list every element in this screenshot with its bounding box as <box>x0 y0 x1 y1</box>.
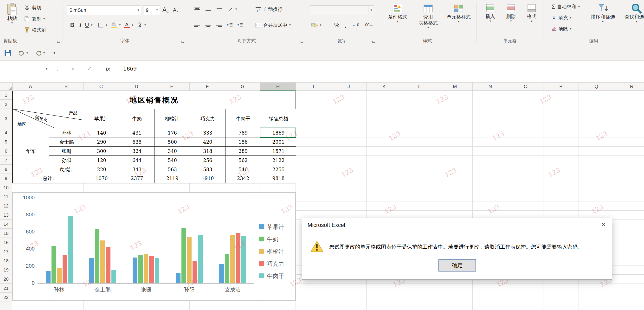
orientation-button[interactable]: ▾ <box>228 4 237 14</box>
table-cell-column-total[interactable]: 2342 <box>226 174 261 183</box>
table-cell-value[interactable]: 318 <box>190 146 226 156</box>
column-header-A[interactable]: A <box>12 82 49 90</box>
column-header-G[interactable]: G <box>225 82 260 90</box>
align-left-button[interactable] <box>194 20 201 30</box>
align-center-button[interactable] <box>204 20 212 30</box>
dialog-ok-button[interactable]: 确定 <box>438 260 476 272</box>
column-header-J[interactable]: J <box>331 82 366 90</box>
table-cell-value[interactable]: 635 <box>119 138 155 146</box>
align-right-button[interactable] <box>216 20 223 30</box>
merge-center-button[interactable]: 合并后居中 ▾ <box>255 20 291 30</box>
table-cell-value[interactable]: 156 <box>226 138 261 146</box>
table-cell-value[interactable]: 256 <box>190 156 226 165</box>
table-cell-value[interactable]: 140 <box>84 128 119 138</box>
alignment-dialog-launcher-icon[interactable] <box>300 40 304 44</box>
cut-button[interactable]: 剪切 <box>24 3 42 12</box>
autosum-button[interactable]: Σ 自动求和 ▾ <box>552 2 580 12</box>
row-header-6[interactable]: 6 <box>0 146 12 156</box>
enter-button[interactable]: ✓ <box>85 61 94 77</box>
copy-button[interactable]: 复制 ▾ <box>24 14 45 24</box>
table-cell-value[interactable]: 120 <box>84 156 119 165</box>
conditional-formatting-button[interactable]: 条件格式 ▾ <box>382 1 413 38</box>
table-cell-value[interactable]: 290 <box>84 138 119 146</box>
insert-cells-button[interactable]: 插入 ▾ <box>481 1 499 38</box>
row-header-2[interactable]: 2 <box>0 100 12 109</box>
column-header-E[interactable]: E <box>154 82 190 90</box>
shrink-font-button[interactable]: A ▾ <box>173 7 178 13</box>
table-cell-value[interactable]: 546 <box>226 165 261 174</box>
table-cell-value[interactable]: 583 <box>190 165 226 174</box>
clear-button[interactable]: 清除 ▾ <box>552 24 572 34</box>
wrap-text-button[interactable]: 自动换行 <box>255 4 282 14</box>
save-button[interactable] <box>4 49 11 57</box>
insert-function-button[interactable]: fx <box>102 61 113 77</box>
table-cell-value[interactable]: 324 <box>119 146 155 156</box>
comma-style-button[interactable]: , <box>344 20 346 30</box>
column-header-B[interactable]: B <box>49 82 84 90</box>
row-header-15[interactable]: 15 <box>0 229 12 238</box>
column-header-M[interactable]: M <box>437 82 473 90</box>
cell-styles-button[interactable]: 单元格样式 ▾ <box>444 1 474 38</box>
decrease-decimal-button[interactable]: .00→ <box>364 20 373 30</box>
row-header-8[interactable]: 8 <box>0 165 12 174</box>
sort-filter-button[interactable]: 排序和筛选 ▾ <box>588 1 618 38</box>
decrease-indent-button[interactable] <box>227 20 233 30</box>
align-top-button[interactable] <box>194 4 201 14</box>
phonetic-guide-button[interactable]: 文 ▾ <box>138 20 146 30</box>
table-cell-value[interactable]: 500 <box>155 138 190 146</box>
column-header-L[interactable]: L <box>402 82 437 90</box>
delete-cells-button[interactable]: 删除 ▾ <box>502 1 520 38</box>
row-header-18[interactable]: 18 <box>0 256 12 265</box>
table-cell-column-total[interactable]: 2377 <box>119 174 155 183</box>
table-cell-column-total[interactable]: 1070 <box>84 174 119 183</box>
table-cell-total[interactable]: 2122 <box>261 156 296 165</box>
table-cell-total[interactable]: 2255 <box>261 165 296 174</box>
column-header-R[interactable]: R <box>614 82 644 90</box>
row-header-13[interactable]: 13 <box>0 210 12 220</box>
number-dialog-launcher-icon[interactable] <box>372 40 376 44</box>
formula-bar-value[interactable]: 1869 <box>123 61 137 77</box>
row-header-1[interactable]: 1 <box>0 91 12 100</box>
table-cell-column-total[interactable]: 2119 <box>155 174 190 183</box>
increase-decimal-button[interactable]: ←.0 <box>352 20 359 30</box>
font-dialog-launcher-icon[interactable] <box>181 40 184 44</box>
font-name-select[interactable]: SimSun ▾ <box>67 5 141 15</box>
table-cell-total[interactable]: 2001 <box>261 138 296 146</box>
redo-menu-button[interactable]: ▾ <box>43 49 45 57</box>
find-select-button[interactable]: 查找和选择 ▾ <box>621 1 644 38</box>
select-all-corner[interactable] <box>0 82 12 90</box>
row-header-7[interactable]: 7 <box>0 156 12 165</box>
undo-button[interactable] <box>18 49 25 57</box>
font-size-select[interactable]: 9 ▾ <box>143 5 160 15</box>
clipboard-dialog-launcher-icon[interactable] <box>56 40 60 44</box>
row-header-3[interactable]: 3 <box>0 109 12 128</box>
italic-button[interactable]: I <box>77 20 84 30</box>
table-cell-value[interactable]: 333 <box>190 128 226 138</box>
row-header-10[interactable]: 10 <box>0 183 12 192</box>
table-cell-column-total[interactable]: 1910 <box>190 174 226 183</box>
table-total-row-label[interactable]: 总计: <box>13 174 84 183</box>
column-header-I[interactable]: I <box>296 82 331 90</box>
table-cell-value[interactable]: 340 <box>155 146 190 156</box>
table-cell-total[interactable]: 1571 <box>261 146 296 156</box>
table-cell-salesperson[interactable]: 袁成洁 <box>49 165 84 174</box>
column-header-F[interactable]: F <box>190 82 225 90</box>
name-box[interactable]: ▾ <box>0 61 50 77</box>
column-header-H[interactable]: H <box>260 82 296 90</box>
increase-indent-button[interactable] <box>237 20 243 30</box>
row-header-19[interactable]: 19 <box>0 266 12 274</box>
table-cell-grand-total[interactable]: 9818 <box>261 174 296 183</box>
cancel-button[interactable]: × <box>68 61 78 77</box>
table-cell-value[interactable]: 562 <box>226 156 261 165</box>
table-cell-value[interactable]: 420 <box>190 138 226 146</box>
bold-button[interactable]: B <box>68 20 76 30</box>
table-cell-value[interactable]: 300 <box>84 146 119 156</box>
column-header-K[interactable]: K <box>366 82 402 90</box>
row-header-22[interactable]: 22 <box>0 293 12 302</box>
column-header-O[interactable]: O <box>508 82 544 90</box>
table-cell-value[interactable]: 540 <box>155 156 190 165</box>
table-cell-value[interactable]: 220 <box>84 165 119 174</box>
row-header-4[interactable]: 4 <box>0 128 12 137</box>
format-as-table-button[interactable]: 套用 表格格式 ▾ <box>414 1 442 38</box>
format-cells-button[interactable]: 格式 ▾ <box>522 1 541 38</box>
